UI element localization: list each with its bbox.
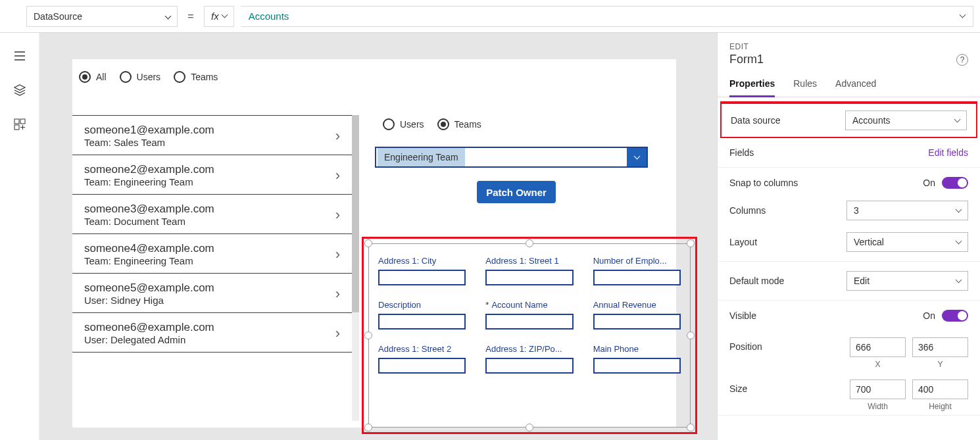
chevron-down-icon [956,239,961,246]
form-field: *Account Name [485,300,573,330]
gallery-item[interactable]: someone6@example.com User: Delegated Adm… [72,313,352,353]
field-input[interactable] [378,314,466,330]
svg-rect-2 [14,125,19,130]
radio-option[interactable]: Teams [437,118,481,130]
chevron-down-icon [960,12,965,20]
chevron-right-icon: › [335,285,340,303]
form-field: Address 1: Street 1 [485,256,573,285]
gallery-item[interactable]: someone1@example.com Team: Sales Team › [72,115,352,155]
form-field: Address 1: ZIP/Po... [485,344,573,374]
properties-panel: EDIT Form1 ? Properties Rules Advanced D… [717,33,980,440]
default-mode-dropdown[interactable]: Edit [846,271,968,291]
resize-handle[interactable] [364,239,372,247]
item-email: someone3@example.com [84,203,214,216]
radio-option[interactable]: Teams [174,71,218,83]
gallery-item[interactable]: someone2@example.com Team: Engineering T… [72,155,352,195]
item-email: someone1@example.com [84,124,214,137]
resize-handle[interactable] [364,331,372,339]
form-field: Number of Emplo... [593,256,681,285]
position-row: Position 666X 366Y [718,331,980,373]
radio-option[interactable]: All [79,71,107,83]
layers-icon[interactable] [13,84,26,97]
columns-label: Columns [729,205,766,216]
columns-dropdown[interactable]: 3 [846,201,968,220]
svg-rect-0 [14,119,19,124]
layout-dropdown[interactable]: Vertical [846,232,968,252]
fields-label: Fields [729,147,754,158]
field-input[interactable] [485,358,573,374]
resize-handle[interactable] [687,239,695,247]
field-label: Address 1: Street 1 [485,256,573,266]
item-subtitle: Team: Engineering Team [84,255,214,266]
item-subtitle: Team: Document Team [84,216,214,227]
equals-sign: = [184,11,197,22]
panel-tabs: Properties Rules Advanced [718,74,980,97]
formula-text: Accounts [249,11,289,22]
resize-handle[interactable] [687,424,695,431]
gallery-scrollbar[interactable] [352,115,359,421]
field-label: *Account Name [485,300,573,310]
canvas-area[interactable]: AllUsersTeams someone1@example.com Team:… [39,33,717,440]
field-input[interactable] [593,358,681,374]
gallery-item[interactable]: someone5@example.com User: Sidney Higa › [72,274,352,313]
scrollbar-thumb[interactable] [352,115,359,312]
gallery-item[interactable]: someone3@example.com Team: Document Team… [72,195,352,234]
layout-row: Layout Vertical [718,230,980,262]
dropdown-button[interactable] [627,148,647,166]
position-y-input[interactable]: 366 [912,337,968,357]
field-input[interactable] [378,358,466,374]
resize-handle[interactable] [364,424,372,431]
radio-label: All [96,72,107,82]
field-input[interactable] [593,314,681,330]
field-label: Address 1: ZIP/Po... [485,344,573,354]
fx-button[interactable]: fx [204,6,234,27]
gallery-item[interactable]: someone4@example.com Team: Engineering T… [72,234,352,274]
snap-toggle[interactable] [942,177,968,189]
form1-selection[interactable]: Address 1: City Address 1: Street 1 Numb… [362,237,697,434]
form1: Address 1: City Address 1: Street 1 Numb… [368,243,691,428]
form-field: Description [378,300,466,330]
chevron-down-icon [222,12,227,20]
field-input[interactable] [593,270,681,285]
hamburger-icon[interactable] [13,49,26,62]
help-icon[interactable]: ? [956,54,968,66]
field-input[interactable] [378,270,466,285]
radio-option[interactable]: Users [383,118,424,130]
tab-rules[interactable]: Rules [793,74,817,97]
field-input[interactable] [485,314,573,330]
tab-properties[interactable]: Properties [729,74,775,97]
position-label: Position [729,337,762,352]
data-source-row: Data source Accounts [720,101,977,138]
radio-icon [120,71,132,83]
team-dropdown[interactable]: Engineering Team [375,147,648,168]
dropdown-value: Engineering Team [378,148,465,166]
tab-advanced[interactable]: Advanced [835,74,876,97]
edit-fields-link[interactable]: Edit fields [928,147,968,158]
chevron-down-icon [955,117,960,124]
item-email: someone5@example.com [84,281,214,295]
property-selector[interactable]: DataSource [26,6,178,27]
field-input[interactable] [485,270,573,285]
formula-input[interactable]: Accounts [241,6,973,27]
visible-toggle[interactable] [942,310,968,322]
field-label: Address 1: Street 2 [378,344,466,354]
data-source-dropdown[interactable]: Accounts [845,110,967,130]
fx-label: fx [211,11,219,22]
property-name: DataSource [34,11,82,22]
item-email: someone4@example.com [84,242,214,255]
patch-owner-button[interactable]: Patch Owner [477,181,556,203]
size-width-input[interactable]: 700 [850,379,906,399]
resize-handle[interactable] [687,331,695,339]
y-label: Y [937,360,943,373]
chevron-down-icon [956,207,961,214]
item-subtitle: Team: Sales Team [84,137,214,148]
form-field: Main Phone [593,344,681,374]
position-x-input[interactable]: 666 [850,337,906,357]
svg-rect-1 [20,119,25,124]
size-height-input[interactable]: 400 [912,379,968,399]
insert-icon[interactable] [13,118,26,131]
columns-row: Columns 3 [718,198,980,230]
resize-handle[interactable] [526,424,533,431]
radio-option[interactable]: Users [120,71,161,83]
resize-handle[interactable] [526,239,533,247]
